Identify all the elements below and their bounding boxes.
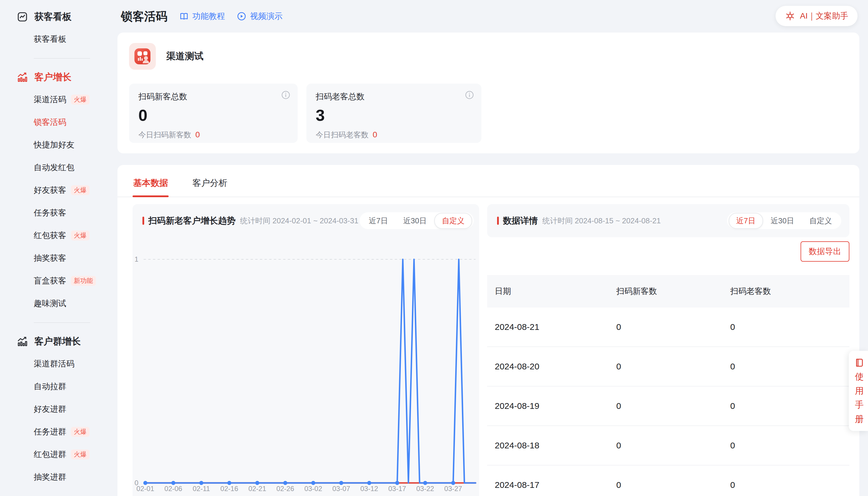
ai-logo-icon [785, 11, 795, 21]
range-option-7d[interactable]: 近7日 [729, 213, 763, 229]
sidebar-group-customer-growth[interactable]: 客户增长 [0, 66, 117, 88]
sidebar-item-blindbox-acquisition[interactable]: 盲盒获客 新功能 [0, 269, 117, 292]
user-manual-button[interactable]: 使 用 手 册 [849, 351, 868, 431]
today-count: 0 [195, 130, 200, 139]
sidebar-item-task-acquisition[interactable]: 任务获客 [0, 202, 117, 224]
hot-badge: 火爆 [71, 231, 90, 241]
detail-header: 数据详情 统计时间 2024-08-15 ~ 2024-08-21 近7日 近3… [487, 204, 849, 237]
svg-text:02-11: 02-11 [193, 485, 210, 493]
cell-new: 0 [616, 361, 730, 371]
cell-date: 2024-08-18 [487, 440, 616, 450]
sidebar-group-label: 客户增长 [34, 71, 72, 84]
stat-card-new-customers: 扫码新客总数 0 今日扫码新客数0 [129, 84, 298, 143]
page-header: 锁客活码 功能教程 视频演示 [117, 0, 868, 32]
ai-copywriting-button[interactable]: AI｜文案助手 [776, 6, 857, 26]
table-row: 2024-08-19 0 0 [487, 387, 849, 426]
sidebar-item-auto-pull-group[interactable]: 自动拉群 [0, 375, 117, 398]
stat-value: 0 [138, 106, 288, 125]
sidebar-group-dashboard[interactable]: 获客看板 [0, 6, 117, 28]
svg-text:02-01: 02-01 [136, 485, 154, 493]
column-new-customers: 扫码新客数 [616, 286, 730, 297]
sidebar-item-channel-group-code[interactable]: 渠道群活码 [0, 353, 117, 375]
cell-old: 0 [730, 440, 849, 450]
detail-panel-title: 数据详情 [503, 215, 538, 227]
sidebar-item-channel-code[interactable]: 渠道活码 火爆 [0, 88, 117, 111]
table-row: 2024-08-17 0 0 [487, 465, 849, 496]
sidebar-item-lottery-acquisition[interactable]: 抽奖获客 [0, 247, 117, 269]
hot-badge: 火爆 [71, 95, 90, 105]
today-count: 0 [373, 130, 377, 139]
range-option-custom[interactable]: 自定义 [802, 213, 839, 229]
sidebar-item-redpacket-acquisition[interactable]: 红包获客 火爆 [0, 224, 117, 247]
detail-stat-time: 统计时间 2024-08-15 ~ 2024-08-21 [542, 216, 661, 226]
channel-name: 渠道测试 [166, 50, 204, 63]
title-accent-bar [497, 217, 499, 225]
svg-text:02-26: 02-26 [276, 485, 294, 493]
cell-date: 2024-08-20 [487, 361, 616, 371]
export-data-button[interactable]: 数据导出 [800, 241, 849, 262]
svg-text:02-06: 02-06 [165, 485, 182, 493]
column-date: 日期 [487, 286, 616, 297]
sidebar-item-quick-add-friend[interactable]: 快捷加好友 [0, 134, 117, 156]
table-header-row: 日期 扫码新客数 扫码老客数 [487, 275, 849, 308]
sidebar-item-lock-customer-code[interactable]: 锁客活码 [0, 111, 117, 134]
new-feature-badge: 新功能 [71, 276, 96, 286]
tab-customer-analysis[interactable]: 客户分析 [192, 172, 228, 197]
cell-date: 2024-08-21 [487, 322, 616, 332]
stat-label: 扫码新客总数 [138, 91, 288, 102]
table-row: 2024-08-21 0 0 [487, 308, 849, 347]
channel-summary-card: 渠道测试 扫码新客总数 0 今日扫码新客数0 扫码老客总数 3 今日扫码老客数0 [117, 32, 859, 153]
range-option-30d[interactable]: 近30日 [763, 213, 802, 229]
book-open-icon [179, 11, 189, 21]
column-old-customers: 扫码老客数 [730, 286, 849, 297]
cell-date: 2024-08-17 [487, 480, 616, 490]
svg-text:03-02: 03-02 [304, 485, 322, 493]
tab-basic-data[interactable]: 基本数据 [133, 172, 169, 197]
table-row: 2024-08-20 0 0 [487, 347, 849, 387]
sidebar-item-fun-test[interactable]: 趣味测试 [0, 292, 117, 315]
cell-new: 0 [616, 480, 730, 490]
cell-new: 0 [616, 322, 730, 332]
tutorial-link[interactable]: 功能教程 [179, 11, 225, 22]
table-row: 2024-08-18 0 0 [487, 426, 849, 465]
sidebar-divider [34, 322, 90, 323]
sidebar-item-task-join-group[interactable]: 任务进群 火爆 [0, 420, 117, 443]
sidebar-group-group-growth[interactable]: 客户群增长 [0, 330, 117, 353]
channel-app-icon [129, 43, 156, 70]
svg-text:03-22: 03-22 [416, 485, 434, 493]
tab-bar: 基本数据 客户分析 [117, 165, 859, 197]
sidebar-item-redpacket-join-group[interactable]: 红包进群 火爆 [0, 443, 117, 466]
manual-book-icon [854, 358, 864, 368]
info-icon[interactable] [465, 91, 474, 99]
sidebar-item-acquisition-dashboard[interactable]: 获客看板 [0, 28, 117, 50]
cell-old: 0 [730, 480, 849, 490]
info-icon[interactable] [281, 91, 290, 99]
cell-date: 2024-08-19 [487, 401, 616, 411]
hot-badge: 火爆 [71, 450, 90, 460]
video-demo-link[interactable]: 视频演示 [237, 11, 283, 22]
sidebar-item-friend-join-group[interactable]: 好友进群 [0, 398, 117, 420]
sidebar-group-label: 获客看板 [34, 11, 72, 23]
sidebar-divider [34, 58, 90, 59]
cell-new: 0 [616, 401, 730, 411]
stat-value: 3 [316, 106, 472, 125]
detail-table: 日期 扫码新客数 扫码老客数 2024-08-21 0 0 2024-08-20… [487, 275, 849, 496]
detail-range-segmented: 近7日 近30日 自定义 [727, 212, 841, 229]
sidebar-item-lottery-join-group[interactable]: 抽奖进群 [0, 466, 117, 489]
growth-trend-panel: 扫码新老客户增长趋势 统计时间 2024-02-01 ~ 2024-03-31 … [133, 204, 479, 496]
cell-new: 0 [616, 440, 730, 450]
growth-chart-icon [17, 336, 28, 347]
svg-text:02-16: 02-16 [220, 485, 238, 493]
page-title: 锁客活码 [121, 9, 167, 25]
stat-footer: 今日扫码新客数0 [138, 130, 288, 140]
growth-chart-icon [17, 72, 28, 83]
sidebar-item-friend-acquisition[interactable]: 好友获客 火爆 [0, 179, 117, 202]
svg-text:03-07: 03-07 [332, 485, 350, 493]
stat-card-old-customers: 扫码老客总数 3 今日扫码老客数0 [306, 84, 481, 143]
dashboard-icon [17, 11, 28, 22]
main-content: 锁客活码 功能教程 视频演示 AI｜文案助手 [117, 0, 868, 496]
svg-text:03-17: 03-17 [388, 485, 406, 493]
cell-old: 0 [730, 401, 849, 411]
sidebar-item-auto-red-packet[interactable]: 自动发红包 [0, 156, 117, 179]
cell-old: 0 [730, 322, 849, 332]
